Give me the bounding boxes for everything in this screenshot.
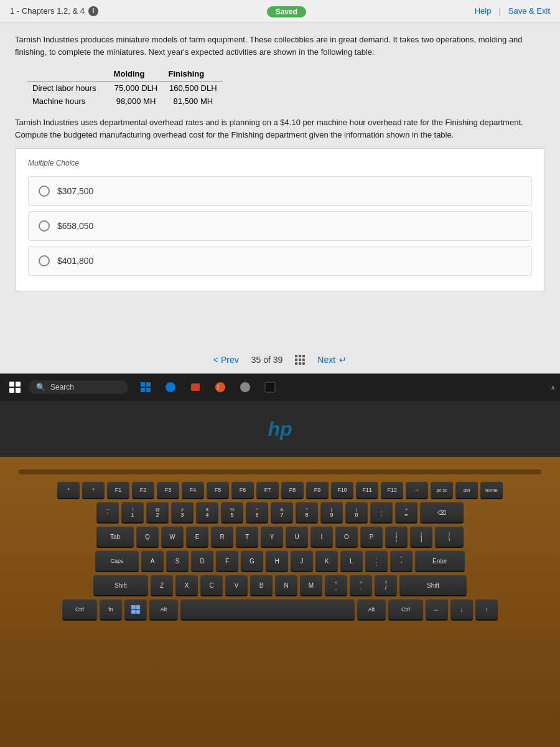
key-arrow-right[interactable]: → bbox=[406, 482, 428, 499]
key-c[interactable]: C bbox=[200, 575, 223, 596]
key-s[interactable]: S bbox=[166, 551, 189, 572]
save-exit-button[interactable]: Save & Exit bbox=[508, 6, 550, 16]
key-home[interactable]: home bbox=[480, 482, 503, 499]
key-i[interactable]: I bbox=[310, 527, 333, 548]
key-f5[interactable]: F5 bbox=[207, 482, 229, 499]
key-minus[interactable]: _- bbox=[370, 502, 393, 524]
key-quote[interactable]: "' bbox=[390, 551, 413, 572]
key-caps[interactable]: Caps bbox=[95, 551, 139, 572]
taskbar-app-3[interactable] bbox=[185, 377, 205, 397]
key-backtick[interactable]: ~` bbox=[96, 502, 119, 524]
key-p[interactable]: P bbox=[360, 527, 383, 548]
key-b[interactable]: B bbox=[250, 575, 273, 596]
mc-option-0[interactable]: $307,500 bbox=[28, 176, 532, 206]
key-3[interactable]: #3 bbox=[171, 502, 194, 524]
key-a[interactable]: A bbox=[141, 551, 164, 572]
key-u[interactable]: U bbox=[286, 527, 308, 548]
key-f8[interactable]: F8 bbox=[281, 482, 304, 499]
radio-button[interactable] bbox=[39, 186, 50, 197]
mc-option-1[interactable]: $658,050 bbox=[28, 211, 532, 241]
taskbar-search[interactable]: 🔍 Search bbox=[29, 380, 128, 394]
key-n[interactable]: N bbox=[275, 575, 297, 596]
key-shift-right[interactable]: Shift bbox=[399, 575, 467, 596]
key-fn[interactable]: fn bbox=[100, 599, 122, 621]
key-f3[interactable]: F3 bbox=[157, 482, 179, 499]
key-ctrl-left[interactable]: Ctrl bbox=[62, 599, 97, 621]
key-semicolon[interactable]: :; bbox=[365, 551, 388, 572]
key-o[interactable]: O bbox=[335, 527, 358, 548]
key-f4[interactable]: F4 bbox=[182, 482, 204, 499]
key-d[interactable]: D bbox=[191, 551, 213, 572]
key-space[interactable] bbox=[180, 599, 355, 621]
key-q[interactable]: Q bbox=[136, 527, 159, 548]
taskbar-app-6[interactable] bbox=[260, 377, 280, 397]
mc-option-2[interactable]: $401,800 bbox=[28, 246, 532, 276]
key-z[interactable]: Z bbox=[151, 575, 173, 596]
key-alt-left[interactable]: Alt bbox=[149, 599, 178, 621]
key-arrow-left[interactable]: ← bbox=[426, 599, 448, 621]
key-f12[interactable]: F12 bbox=[381, 482, 403, 499]
key-t[interactable]: T bbox=[236, 527, 258, 548]
key-backspace[interactable]: ⌫ bbox=[420, 502, 464, 524]
key-x[interactable]: X bbox=[175, 575, 198, 596]
key-prtsc[interactable]: prt sc bbox=[431, 482, 453, 499]
key-lbracket[interactable]: {[ bbox=[385, 527, 408, 548]
key-arrow-down[interactable]: ↓ bbox=[450, 599, 473, 621]
key-4[interactable]: $4 bbox=[196, 502, 218, 524]
key-y[interactable]: Y bbox=[261, 527, 283, 548]
key-7[interactable]: &7 bbox=[271, 502, 293, 524]
key-f11[interactable]: F11 bbox=[356, 482, 378, 499]
key-w[interactable]: W bbox=[161, 527, 184, 548]
search-input[interactable]: Search bbox=[50, 383, 74, 392]
key-g[interactable]: G bbox=[241, 551, 263, 572]
key-delete[interactable]: del bbox=[455, 482, 478, 499]
key-equals[interactable]: += bbox=[395, 502, 418, 524]
key-rbracket[interactable]: }] bbox=[410, 527, 432, 548]
taskbar-app-4[interactable]: f bbox=[210, 377, 230, 397]
key-enter[interactable]: Enter bbox=[415, 551, 465, 572]
key-comma[interactable]: <, bbox=[325, 575, 347, 596]
key-slash[interactable]: ?/ bbox=[375, 575, 397, 596]
key-arrow-up[interactable]: ↑ bbox=[475, 599, 498, 621]
key-f10[interactable]: F10 bbox=[331, 482, 353, 499]
key-9[interactable]: (9 bbox=[320, 502, 343, 524]
help-button[interactable]: Help bbox=[475, 6, 492, 16]
key-backslash[interactable]: |\ bbox=[435, 527, 464, 548]
key-5[interactable]: %5 bbox=[221, 502, 243, 524]
key-alt-right[interactable]: Alt bbox=[357, 599, 386, 621]
key-v[interactable]: V bbox=[225, 575, 248, 596]
key-f6[interactable]: F6 bbox=[231, 482, 254, 499]
key-f[interactable]: F bbox=[216, 551, 238, 572]
key-f2[interactable]: F2 bbox=[132, 482, 154, 499]
key-e[interactable]: E bbox=[186, 527, 208, 548]
key-r[interactable]: R bbox=[211, 527, 233, 548]
key-win[interactable] bbox=[124, 599, 147, 621]
key-asterisk-1[interactable]: * bbox=[57, 482, 80, 499]
key-l[interactable]: L bbox=[340, 551, 363, 572]
key-asterisk-2[interactable]: * bbox=[82, 482, 105, 499]
grid-view-icon[interactable] bbox=[295, 355, 305, 365]
key-k[interactable]: K bbox=[315, 551, 338, 572]
taskbar-app-2[interactable] bbox=[161, 377, 180, 397]
key-f1[interactable]: F1 bbox=[107, 482, 129, 499]
key-tab[interactable]: Tab bbox=[96, 527, 134, 548]
key-j[interactable]: J bbox=[291, 551, 313, 572]
key-period[interactable]: >. bbox=[350, 575, 372, 596]
key-8[interactable]: *8 bbox=[296, 502, 318, 524]
key-shift-left[interactable]: Shift bbox=[93, 575, 148, 596]
key-ctrl-right[interactable]: Ctrl bbox=[388, 599, 423, 621]
start-button[interactable] bbox=[5, 377, 25, 397]
key-h[interactable]: H bbox=[266, 551, 288, 572]
radio-button[interactable] bbox=[39, 255, 50, 266]
taskbar-app-5[interactable] bbox=[235, 377, 255, 397]
key-m[interactable]: M bbox=[300, 575, 322, 596]
prev-button[interactable]: < Prev bbox=[213, 355, 239, 365]
key-f7[interactable]: F7 bbox=[256, 482, 279, 499]
key-0[interactable]: )0 bbox=[345, 502, 368, 524]
key-2[interactable]: @2 bbox=[146, 502, 169, 524]
info-icon[interactable]: i bbox=[88, 6, 98, 16]
key-f9[interactable]: F9 bbox=[306, 482, 329, 499]
next-button[interactable]: Next ↵ bbox=[317, 355, 347, 365]
radio-button[interactable] bbox=[39, 220, 50, 232]
taskbar-app-1[interactable] bbox=[136, 377, 156, 397]
